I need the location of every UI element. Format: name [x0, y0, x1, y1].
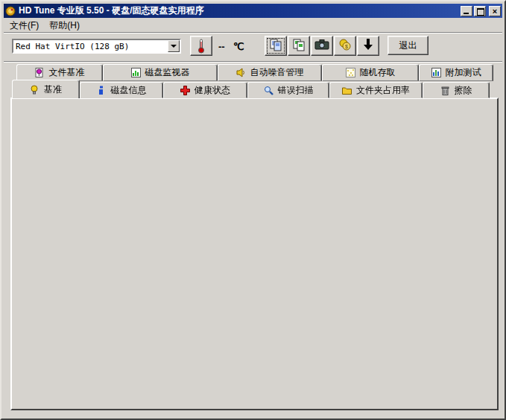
tab-label: 附加测试: [446, 66, 481, 79]
menu-bar: 文件(F) 帮助(H): [4, 19, 502, 32]
tab-label: 磁盘监视器: [145, 66, 190, 79]
tab-row-top: 文件基准磁盘监视器自动噪音管理随机存取附加测试: [16, 64, 493, 81]
tab-disk-info[interactable]: 磁盘信息: [80, 82, 163, 98]
save-download-button[interactable]: [357, 36, 379, 56]
tab-disk-monitor[interactable]: 磁盘监视器: [103, 64, 218, 81]
title-bar: HD Tune 专业版 5.50 - 硬盘/固态硬盘实用程序 ×: [4, 4, 502, 18]
copy-image-icon: [292, 38, 306, 54]
folder-usage-icon: [342, 86, 352, 95]
drive-select[interactable]: Red Hat VirtIO (128 gB): [12, 39, 181, 54]
benchmark-tab-page: [10, 98, 499, 410]
aam-icon: [236, 68, 247, 77]
app-icon: [5, 6, 16, 16]
disk-monitor-icon: [131, 68, 142, 77]
maximize-button[interactable]: [474, 6, 486, 16]
tab-label: 文件夹占用率: [356, 84, 410, 97]
tabs-divider: [4, 61, 502, 63]
menu-help[interactable]: 帮助(H): [44, 18, 85, 34]
health-icon: [180, 86, 191, 95]
tab-random-access[interactable]: 随机存取: [322, 64, 419, 81]
tab-extra-tests[interactable]: 附加测试: [419, 64, 493, 81]
copy-image-button[interactable]: [288, 36, 310, 56]
exit-button[interactable]: 退出: [388, 36, 428, 55]
disk-info-icon: [97, 86, 107, 95]
tab-aam[interactable]: 自动噪音管理: [218, 64, 322, 81]
window-title: HD Tune 专业版 5.50 - 硬盘/固态硬盘实用程序: [19, 4, 459, 17]
tab-label: 随机存取: [360, 66, 396, 79]
benchmark-icon: [30, 85, 40, 95]
tab-folder-usage[interactable]: 文件夹占用率: [329, 82, 423, 98]
tab-label: 文件基准: [49, 66, 85, 79]
tab-erase[interactable]: 擦除: [423, 82, 490, 98]
tab-benchmark[interactable]: 基准: [12, 80, 80, 98]
donate-coins-button[interactable]: $: [334, 36, 356, 56]
chevron-down-icon[interactable]: [168, 40, 180, 52]
save-download-icon: [362, 38, 374, 54]
temperature-button[interactable]: [190, 36, 212, 56]
menu-file[interactable]: 文件(F): [4, 18, 44, 34]
donate-coins-icon: $: [338, 38, 352, 54]
random-access-icon: [346, 68, 356, 77]
error-scan-icon: [264, 86, 274, 95]
tab-row-bottom: 基准磁盘信息健康状态错误扫描文件夹占用率擦除: [12, 80, 490, 98]
app-window: HD Tune 专业版 5.50 - 硬盘/固态硬盘实用程序 × 文件(F) 帮…: [0, 0, 506, 420]
temperature-unit: ℃: [233, 41, 244, 52]
file-benchmark-icon: [35, 68, 45, 77]
tab-label: 错误扫描: [278, 84, 314, 97]
tab-label: 擦除: [455, 84, 472, 97]
tab-file-benchmark[interactable]: 文件基准: [16, 64, 103, 81]
copy-text-button[interactable]: [265, 36, 287, 56]
temperature-value: --: [218, 41, 225, 52]
tab-label: 健康状态: [195, 84, 230, 97]
extra-tests-icon: [431, 68, 442, 77]
tab-label: 磁盘信息: [111, 84, 147, 97]
drive-select-value: Red Hat VirtIO (128 gB): [13, 42, 168, 51]
copy-text-icon: [269, 38, 282, 54]
erase-icon: [440, 86, 451, 95]
screenshot-button[interactable]: [311, 36, 333, 56]
screenshot-icon: [314, 39, 329, 53]
tab-health[interactable]: 健康状态: [163, 82, 247, 98]
tab-label: 基准: [44, 83, 62, 96]
minimize-button[interactable]: [461, 6, 472, 16]
tab-error-scan[interactable]: 错误扫描: [247, 82, 329, 98]
toolbar-divider: [4, 32, 502, 34]
tab-label: 自动噪音管理: [250, 66, 304, 79]
svg-text:$: $: [345, 44, 348, 49]
thermometer-icon: [197, 39, 206, 54]
close-button[interactable]: ×: [489, 6, 501, 16]
